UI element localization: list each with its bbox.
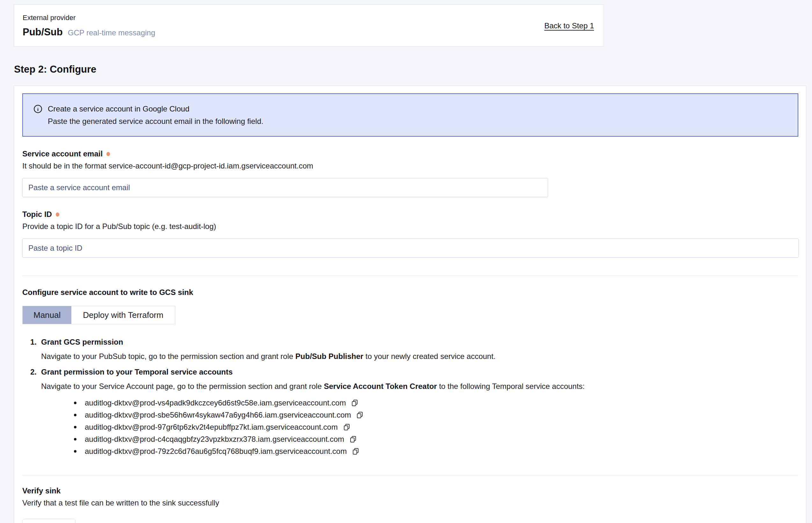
list-item: auditlog-dktxv@prod-c4cqaqgbfzy23vpzkbxz… (74, 433, 798, 445)
service-account-email: auditlog-dktxv@prod-vs4padk9dkczcey6d6st… (85, 398, 346, 408)
manual-instructions: 1. Grant GCS permission Navigate to your… (30, 338, 798, 457)
step-title: Grant permission to your Temporal servic… (41, 367, 233, 377)
topic-id-input[interactable] (22, 238, 799, 258)
tab-manual[interactable]: Manual (23, 306, 71, 324)
banner-subtitle: Paste the generated service account emai… (48, 117, 788, 126)
service-account-email-input[interactable] (22, 178, 548, 197)
step-number: 2. (30, 367, 38, 377)
temporal-service-account-list: auditlog-dktxv@prod-vs4padk9dkczcey6d6st… (30, 397, 798, 457)
service-account-email: auditlog-dktxv@prod-97gr6tp6zkv2t4epubff… (85, 423, 338, 432)
info-icon (33, 104, 43, 114)
service-account-email-helper: It should be in the format service-accou… (22, 162, 798, 170)
topic-id-label: Topic ID (22, 210, 52, 219)
provider-name: Pub/Sub (23, 26, 63, 38)
list-item: auditlog-dktxv@prod-vs4padk9dkczcey6d6st… (74, 397, 798, 409)
copy-icon[interactable] (342, 423, 351, 432)
service-account-email: auditlog-dktxv@prod-c4cqaqgbfzy23vpzkbxz… (85, 435, 344, 444)
instruction-step: 2. Grant permission to your Temporal ser… (30, 367, 798, 457)
verify-sink-title: Verify sink (22, 486, 798, 495)
back-to-step-1-link[interactable]: Back to Step 1 (544, 21, 594, 30)
copy-icon[interactable] (355, 411, 364, 419)
topic-id-helper: Provide a topic ID for a Pub/Sub topic (… (22, 222, 798, 231)
list-item: auditlog-dktxv@prod-97gr6tp6zkv2t4epubff… (74, 421, 798, 433)
pubsub-configure-page: External provider Pub/Sub GCP real-time … (0, 0, 812, 523)
external-provider-label: External provider (23, 14, 592, 22)
service-account-email: auditlog-dktxv@prod-sbe56h6wr4sykaw47a6y… (85, 411, 351, 419)
external-provider-card: External provider Pub/Sub GCP real-time … (14, 4, 604, 47)
instruction-step: 1. Grant GCS permission Navigate to your… (30, 338, 798, 362)
verify-sink-subtitle: Verify that a test file can be written t… (22, 499, 798, 507)
copy-icon[interactable] (349, 435, 357, 444)
page-title: Step 2: Configure (14, 64, 812, 75)
required-indicator (56, 213, 59, 217)
step-number: 1. (30, 338, 38, 346)
service-account-email: auditlog-dktxv@prod-79z2c6d76au6g5fcq768… (85, 447, 347, 456)
configure-section-title: Configure service account to write to GC… (22, 288, 798, 297)
banner-title: Create a service account in Google Cloud (48, 105, 189, 113)
role-name: Pub/Sub Publisher (296, 352, 363, 361)
list-item: auditlog-dktxv@prod-79z2c6d76au6g5fcq768… (74, 445, 798, 457)
provider-description: GCP real-time messaging (68, 28, 155, 37)
copy-icon[interactable] (350, 398, 359, 408)
required-indicator (106, 152, 110, 156)
section-divider (22, 475, 798, 475)
role-name: Service Account Token Creator (324, 382, 437, 391)
step-title: Grant GCS permission (41, 338, 123, 346)
verify-button[interactable]: Verify (22, 519, 75, 523)
step-body: Navigate to your Service Account page, g… (41, 381, 798, 392)
configure-card: Create a service account in Google Cloud… (14, 85, 806, 523)
section-divider (22, 275, 798, 276)
info-banner: Create a service account in Google Cloud… (22, 93, 798, 137)
configure-tabs: Manual Deploy with Terraform (22, 306, 175, 324)
copy-icon[interactable] (351, 447, 360, 456)
step-body: Navigate to your PubSub topic, go to the… (41, 351, 798, 362)
tab-deploy-with-terraform[interactable]: Deploy with Terraform (71, 306, 175, 324)
service-account-email-label: Service account email (22, 149, 103, 158)
list-item: auditlog-dktxv@prod-sbe56h6wr4sykaw47a6y… (74, 409, 798, 421)
